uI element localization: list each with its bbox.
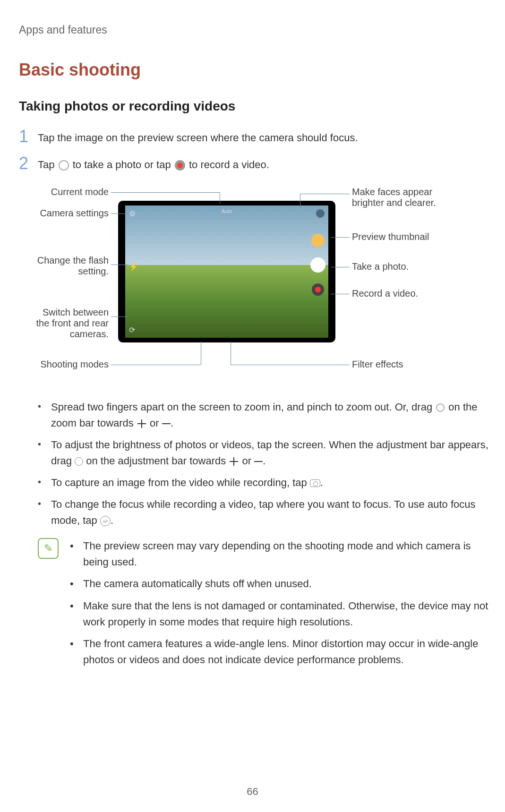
callout-filter-effects: Filter effects bbox=[352, 359, 446, 370]
list-item: Make sure that the lens is not damaged o… bbox=[70, 598, 496, 630]
list-item: To capture an image from the video while… bbox=[38, 475, 496, 491]
bullet-list: Spread two fingers apart on the screen t… bbox=[38, 399, 496, 529]
list-item: The preview screen may vary depending on… bbox=[70, 538, 496, 570]
phone-body: ⚙ Auto ⚡ ⟳ bbox=[118, 201, 335, 342]
callout-make-faces: Make faces appear brighter and clearer. bbox=[352, 187, 446, 208]
list-item: To adjust the brightness of photos or vi… bbox=[38, 437, 496, 469]
minus-icon bbox=[254, 461, 263, 462]
callout-switch-cameras: Switch between the front and rear camera… bbox=[28, 307, 109, 340]
camera-preview: ⚙ Auto ⚡ ⟳ bbox=[125, 205, 328, 338]
minus-icon bbox=[162, 423, 171, 424]
beauty-icon bbox=[316, 209, 325, 218]
callout-record-video: Record a video. bbox=[352, 288, 446, 299]
subsection-title: Taking photos or recording videos bbox=[19, 99, 505, 114]
brightness-icon bbox=[75, 457, 83, 466]
capture-icon bbox=[310, 479, 320, 487]
note-icon: ✎ bbox=[38, 538, 59, 559]
plus-icon bbox=[230, 457, 238, 466]
step-2: 2 Tap to take a photo or tap to record a… bbox=[19, 155, 505, 172]
step-number: 1 bbox=[19, 128, 28, 145]
list-item: Spread two fingers apart on the screen t… bbox=[38, 399, 496, 431]
callout-shooting-modes: Shooting modes bbox=[28, 359, 109, 370]
list-item: The front camera features a wide-angle l… bbox=[70, 636, 496, 668]
callout-camera-settings: Camera settings bbox=[28, 208, 109, 219]
shutter-icon bbox=[59, 160, 69, 171]
step-text: Tap to take a photo or tap to record a v… bbox=[38, 155, 269, 172]
mode-label: Auto bbox=[222, 208, 232, 214]
list-item: The camera automatically shuts off when … bbox=[70, 576, 496, 592]
page-header: Apps and features bbox=[19, 24, 505, 36]
flash-icon: ⚡ bbox=[129, 262, 137, 271]
record-icon bbox=[175, 160, 185, 171]
callout-change-flash: Change the flash setting. bbox=[28, 255, 109, 277]
step-number: 2 bbox=[19, 155, 28, 172]
camera-diagram: ⚙ Auto ⚡ ⟳ Current mode Camera settings … bbox=[28, 187, 454, 385]
plus-icon bbox=[137, 419, 146, 428]
page-number: 66 bbox=[0, 786, 505, 798]
record-button-icon bbox=[312, 283, 324, 296]
callout-take-photo: Take a photo. bbox=[352, 261, 446, 272]
autofocus-icon: AF bbox=[100, 516, 111, 526]
zoom-handle-icon bbox=[436, 403, 445, 412]
step-1: 1 Tap the image on the preview screen wh… bbox=[19, 128, 505, 145]
callout-preview-thumb: Preview thumbnail bbox=[352, 231, 446, 242]
note-list: The preview screen may vary depending on… bbox=[70, 538, 496, 674]
preview-thumbnail-icon bbox=[311, 234, 325, 247]
section-title: Basic shooting bbox=[19, 60, 505, 80]
list-item: To change the focus while recording a vi… bbox=[38, 496, 496, 529]
settings-icon: ⚙ bbox=[129, 209, 137, 218]
shutter-button-icon bbox=[310, 257, 325, 273]
note-block: ✎ The preview screen may vary depending … bbox=[38, 538, 496, 674]
step-text: Tap the image on the preview screen wher… bbox=[38, 128, 358, 145]
switch-camera-icon: ⟳ bbox=[129, 325, 137, 334]
callout-current-mode: Current mode bbox=[28, 187, 109, 197]
